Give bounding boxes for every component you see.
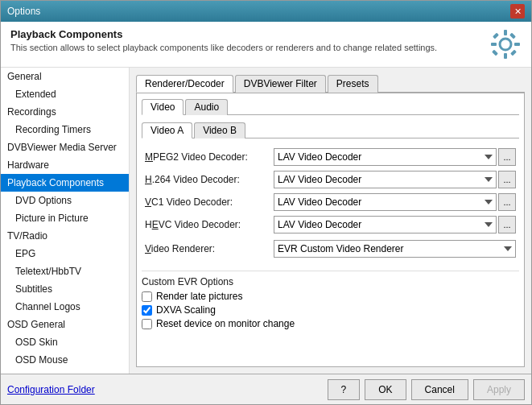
decoder-ellipsis-btn-0[interactable]: ... [498, 148, 516, 166]
window-title: Options [7, 6, 40, 17]
options-window: Options ✕ Playback Components This secti… [0, 0, 532, 405]
sidebar-item-general[interactable]: General [1, 68, 129, 85]
decoder-select-1[interactable]: LAV Video DecoderMicrosoft DTV-DVD Video… [274, 171, 497, 188]
bottom-buttons: ? OK Cancel Apply [328, 379, 525, 400]
gear-icon [489, 28, 522, 60]
decoder-row-2: VC1 Video Decoder:LAV Video DecoderMicro… [145, 193, 516, 211]
page-description: This section allows to select playback c… [10, 43, 481, 52]
custom-evr-section: Custom EVR Options Render late picturesD… [142, 271, 519, 329]
decoder-ellipsis-btn-2[interactable]: ... [498, 193, 516, 211]
evr-option-label-2: Reset device on monitor change [156, 318, 295, 329]
svg-rect-3 [491, 43, 497, 46]
outer-tab-renderer/decoder[interactable]: Renderer/Decoder [136, 75, 233, 93]
renderer-row: Video Renderer:EVR Custom Video Renderer… [145, 240, 516, 258]
sidebar-item-hardware[interactable]: Hardware [1, 156, 129, 174]
decoder-label-1: H.264 Video Decoder: [145, 174, 274, 185]
sidebar-item-extended[interactable]: Extended [1, 85, 129, 103]
apply-button[interactable]: Apply [473, 379, 525, 400]
outer-tab-presets[interactable]: Presets [328, 75, 378, 93]
header-text: Playback Components This section allows … [10, 28, 481, 52]
sidebar-item-picture-in-picture[interactable]: Picture in Picture [1, 209, 129, 227]
bottom-bar: Configuration Folder ? OK Cancel Apply [1, 374, 531, 404]
evr-checkbox-2[interactable] [142, 319, 152, 329]
evr-checkbox-0[interactable] [142, 291, 152, 302]
sidebar-item-channel-logos[interactable]: Channel Logos [1, 298, 129, 316]
decoder-label-0: MPEG2 Video Decoder: [145, 151, 274, 163]
sidebar-item-dvbviewer-media-server[interactable]: DVBViewer Media Server [1, 138, 129, 156]
sidebar-item-recording-timers[interactable]: Recording Timers [1, 121, 129, 138]
decoder-select-wrap-1: LAV Video DecoderMicrosoft DTV-DVD Video… [274, 171, 516, 188]
decoder-select-2[interactable]: LAV Video DecoderMicrosoft DTV-DVD Video… [274, 193, 497, 211]
evr-option-label-0: Render late pictures [156, 291, 242, 302]
sidebar-item-tv/radio[interactable]: TV/Radio [1, 227, 129, 245]
tab-content-area: VideoAudio Video AVideo B MPEG2 Video De… [136, 93, 525, 367]
sidebar-item-teletext/hbbtv[interactable]: Teletext/HbbTV [1, 262, 129, 280]
svg-rect-2 [504, 53, 507, 59]
sidebar-item-osd-skin[interactable]: OSD Skin [1, 333, 129, 351]
outer-tab-dvbviewer_filter[interactable]: DVBViewer Filter [235, 75, 326, 93]
sidebar-item-osd-general[interactable]: OSD General [1, 316, 129, 333]
svg-rect-7 [509, 33, 516, 39]
evr-option-row-2: Reset device on monitor change [142, 318, 519, 329]
decoder-label-2: VC1 Video Decoder: [145, 196, 274, 208]
sidebar-item-dvd-options[interactable]: DVD Options [1, 192, 129, 209]
renderer-select[interactable]: EVR Custom Video RendererEnhanced Video … [274, 240, 516, 258]
renderer-label: Video Renderer: [145, 243, 274, 254]
decoder-ellipsis-btn-1[interactable]: ... [498, 171, 516, 188]
inner-tab-row: VideoAudio [142, 98, 519, 115]
decoder-select-0[interactable]: LAV Video DecoderMicrosoft DTV-DVD Video… [274, 148, 497, 166]
main-content: GeneralExtendedRecordingsRecording Timer… [1, 68, 531, 374]
video-sub-tab-video_b[interactable]: Video B [194, 122, 245, 138]
right-panel: Renderer/DecoderDVBViewer FilterPresets … [130, 68, 531, 374]
page-title: Playback Components [10, 28, 481, 40]
decoder-row-0: MPEG2 Video Decoder:LAV Video DecoderMic… [145, 148, 516, 166]
svg-rect-1 [504, 30, 507, 35]
sidebar-item-subtitles[interactable]: Subtitles [1, 280, 129, 298]
inner-tab-video[interactable]: Video [142, 99, 184, 115]
svg-rect-5 [493, 33, 499, 39]
sidebar-item-osd-mouse[interactable]: OSD Mouse [1, 351, 129, 369]
ok-button[interactable]: OK [365, 379, 406, 400]
sidebar: GeneralExtendedRecordingsRecording Timer… [1, 68, 130, 374]
decoder-label-3: HEVC Video Decoder: [145, 219, 274, 230]
evr-option-label-1: DXVA Scaling [156, 304, 216, 316]
decoder-select-wrap-0: LAV Video DecoderMicrosoft DTV-DVD Video… [274, 148, 516, 166]
outer-tab-row: Renderer/DecoderDVBViewer FilterPresets [136, 74, 525, 93]
evr-option-row-0: Render late pictures [142, 291, 519, 302]
evr-checkbox-1[interactable] [142, 305, 152, 316]
svg-rect-4 [514, 43, 520, 46]
svg-rect-6 [510, 50, 517, 56]
close-button[interactable]: ✕ [510, 4, 525, 19]
decoder-form: MPEG2 Video Decoder:LAV Video DecoderMic… [142, 145, 519, 266]
header-section: Playback Components This section allows … [1, 22, 531, 68]
svg-point-0 [500, 39, 511, 50]
evr-option-row-1: DXVA Scaling [142, 304, 519, 316]
svg-rect-8 [492, 50, 498, 56]
decoder-row-3: HEVC Video Decoder:LAV Video DecoderMicr… [145, 216, 516, 233]
sidebar-item-playback-components[interactable]: Playback Components [1, 174, 129, 192]
help-button[interactable]: ? [328, 379, 361, 400]
decoder-select-wrap-2: LAV Video DecoderMicrosoft DTV-DVD Video… [274, 193, 516, 211]
renderer-select-wrap: EVR Custom Video RendererEnhanced Video … [274, 240, 516, 258]
video-sub-tab-video_a[interactable]: Video A [142, 122, 192, 138]
inner-tab-audio[interactable]: Audio [185, 99, 228, 115]
decoder-row-1: H.264 Video Decoder:LAV Video DecoderMic… [145, 171, 516, 188]
decoder-ellipsis-btn-3[interactable]: ... [498, 216, 516, 233]
cancel-button[interactable]: Cancel [411, 379, 468, 400]
title-bar: Options ✕ [1, 1, 531, 22]
decoder-select-wrap-3: LAV Video DecoderMicrosoft DTV-DVD Video… [274, 216, 516, 233]
decoder-select-3[interactable]: LAV Video DecoderMicrosoft DTV-DVD Video… [274, 216, 497, 233]
config-folder-link[interactable]: Configuration Folder [7, 384, 95, 395]
sidebar-item-recordings[interactable]: Recordings [1, 103, 129, 121]
sidebar-item-epg[interactable]: EPG [1, 245, 129, 262]
video-sub-tab-row: Video AVideo B [142, 122, 519, 138]
custom-evr-title: Custom EVR Options [142, 276, 519, 287]
